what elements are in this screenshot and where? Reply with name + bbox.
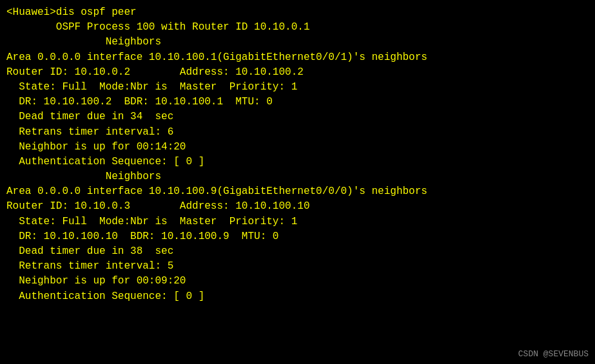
terminal-line: Retrans timer interval: 5 bbox=[6, 259, 589, 274]
terminal-line: Neighbors bbox=[6, 169, 589, 184]
terminal-line: Dead timer due in 38 sec bbox=[6, 244, 589, 259]
terminal-line: State: Full Mode:Nbr is Master Priority:… bbox=[6, 215, 589, 229]
terminal-line: Authentication Sequence: [ 0 ] bbox=[6, 155, 589, 169]
terminal-line: DR: 10.10.100.2 BDR: 10.10.100.1 MTU: 0 bbox=[6, 95, 589, 110]
terminal-line: DR: 10.10.100.10 BDR: 10.10.100.9 MTU: 0 bbox=[6, 229, 589, 244]
terminal-line: Neighbor is up for 00:09:20 bbox=[6, 274, 589, 289]
terminal-line: Area 0.0.0.0 interface 10.10.100.1(Gigab… bbox=[6, 50, 589, 65]
terminal-window: <Huawei>dis ospf peer OSPF Process 100 w… bbox=[0, 0, 595, 364]
terminal-line: Retrans timer interval: 6 bbox=[6, 125, 589, 140]
terminal-line: Neighbor is up for 00:14:20 bbox=[6, 140, 589, 155]
terminal-line: <Huawei>dis ospf peer bbox=[6, 5, 589, 20]
watermark: CSDN @SEVENBUS bbox=[518, 349, 589, 359]
terminal-line: Router ID: 10.10.0.2 Address: 10.10.100.… bbox=[6, 65, 589, 80]
terminal-line: OSPF Process 100 with Router ID 10.10.0.… bbox=[6, 20, 589, 35]
terminal-line: Router ID: 10.10.0.3 Address: 10.10.100.… bbox=[6, 199, 589, 214]
terminal-line: Authentication Sequence: [ 0 ] bbox=[6, 289, 589, 304]
terminal-line: Dead timer due in 34 sec bbox=[6, 110, 589, 124]
terminal-line: State: Full Mode:Nbr is Master Priority:… bbox=[6, 80, 589, 95]
terminal-line: Area 0.0.0.0 interface 10.10.100.9(Gigab… bbox=[6, 184, 589, 199]
terminal-content: <Huawei>dis ospf peer OSPF Process 100 w… bbox=[6, 5, 589, 304]
terminal-line: Neighbors bbox=[6, 35, 589, 50]
